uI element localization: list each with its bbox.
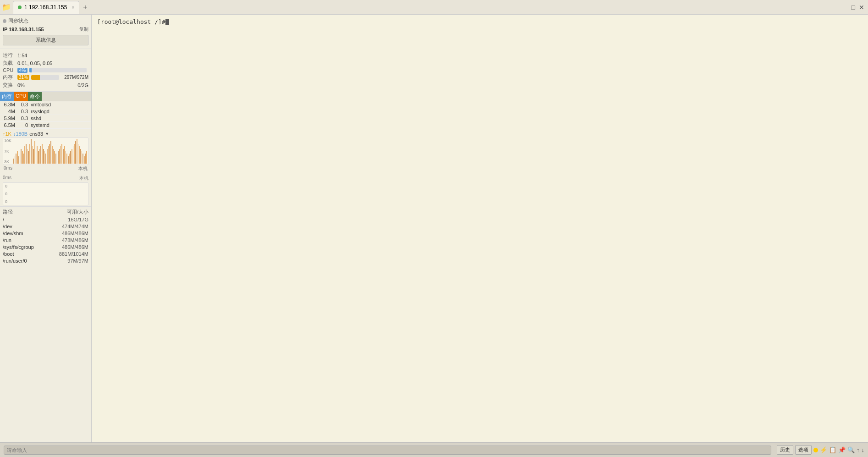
terminal-area[interactable]: [root@localhost /]# (92, 15, 868, 442)
table-row[interactable]: 4M 0.3 rsyslogd (0, 108, 91, 115)
proc-mem: 4M (0, 109, 16, 114)
net-y-labels: 10K 7K 3K (4, 138, 11, 165)
list-item[interactable]: /boot 881M/1014M (3, 251, 88, 258)
chart-bar (47, 149, 48, 164)
table-row[interactable]: 6.5M 0 systemd (0, 122, 91, 129)
chart-bar (42, 144, 43, 164)
net-y-10k: 10K (4, 138, 11, 143)
proc-cmd: vmtoolsd (29, 102, 91, 107)
history-button[interactable]: 历史 (777, 445, 793, 455)
chart-bar (64, 146, 65, 164)
process-rows: 6.3M 0.3 vmtoolsd 4M 0.3 rsyslogd 5.9M 0… (0, 101, 91, 129)
clipboard-icon[interactable]: 📋 (829, 446, 836, 453)
list-item[interactable]: /dev/shm 486M/486M (3, 230, 88, 237)
process-table: 内存 CPU 命令 6.3M 0.3 vmtoolsd 4M 0.3 rsysl… (0, 92, 91, 129)
scroll-up-icon[interactable]: ↑ (857, 446, 860, 453)
swap-label: 交换 (3, 82, 17, 88)
cpu-bar (29, 68, 32, 72)
chart-bar (68, 156, 69, 164)
chart-bar (44, 151, 45, 164)
chart-bar (84, 156, 85, 164)
chart-bar (61, 144, 62, 164)
cmd-input[interactable] (4, 446, 771, 455)
terminal-content[interactable]: [root@localhost /]# (92, 15, 868, 442)
mem-bar (31, 75, 40, 80)
chart-bar (50, 141, 51, 164)
proc-mem: 5.9M (0, 116, 16, 121)
ping-label-right: 本机 (79, 175, 88, 182)
chart-bar (45, 154, 46, 164)
proc-header-cmd[interactable]: 命令 (28, 92, 42, 101)
chart-bar (27, 149, 28, 164)
list-item[interactable]: /dev 474M/474M (3, 223, 88, 230)
cursor (165, 19, 169, 25)
chart-bar (85, 154, 86, 164)
mem-row: 内存 31% 297M/972M (3, 74, 88, 81)
ip-address: IP 192.168.31.155 (3, 27, 44, 32)
network-chart: 10K 7K 3K (3, 138, 88, 165)
list-item[interactable]: /run 478M/486M (3, 237, 88, 244)
proc-header-cpu[interactable]: CPU (14, 92, 28, 101)
mem-value: 297M/972M (61, 75, 89, 80)
chart-bar (82, 151, 82, 164)
load-row: 负载 0.01, 0.05, 0.05 (3, 60, 88, 66)
cpu-badge: 4% (17, 68, 27, 73)
net-y-7k: 7K (4, 149, 11, 154)
chart-bar (82, 154, 83, 164)
add-tab-button[interactable]: + (80, 3, 90, 11)
disk-header: 路径 可用/大小 (3, 209, 88, 215)
disk-size: 474M/474M (62, 224, 88, 229)
chart-bar (55, 154, 56, 164)
ping-val-1: 0 (5, 192, 7, 196)
swap-percent: 0% (17, 83, 53, 88)
net-x-right: 本机 (78, 165, 88, 172)
sidebar: 同步状态 IP 192.168.31.155 复制 系统信息 运行 1:54 负… (0, 15, 92, 442)
chart-bar (15, 156, 16, 164)
proc-cpu: 0.3 (16, 116, 29, 121)
chart-bar (33, 149, 34, 164)
chart-bar (32, 146, 33, 164)
chart-bar (66, 154, 67, 164)
tab-bar: 📁 1 192.168.31.155 × + — □ ✕ (0, 0, 868, 15)
maximize-button[interactable]: □ (852, 4, 855, 11)
chart-bar (20, 154, 21, 164)
chart-bar (57, 156, 58, 164)
lightning-icon[interactable]: ⚡ (820, 446, 827, 453)
system-info: 运行 1:54 负载 0.01, 0.05, 0.05 CPU 4% 内存 31… (0, 49, 91, 92)
sys-info-button[interactable]: 系统信息 (3, 35, 88, 45)
load-value: 0.01, 0.05, 0.05 (17, 61, 88, 66)
cpu-label: CPU (3, 67, 17, 73)
minimize-button[interactable]: — (841, 4, 848, 11)
cpu-row: CPU 4% (3, 67, 88, 73)
tab-item[interactable]: 1 192.168.31.155 × (13, 1, 79, 14)
disk-path: / (3, 217, 68, 222)
close-button[interactable]: ✕ (859, 4, 864, 11)
list-item[interactable]: / 16G/17G (3, 216, 88, 223)
proc-cmd: rsyslogd (29, 109, 91, 114)
chart-bar (73, 146, 74, 164)
sync-dot (3, 19, 6, 23)
list-item[interactable]: /sys/fs/cgroup 486M/486M (3, 244, 88, 251)
chart-bar (34, 141, 35, 164)
pin-icon[interactable]: 📌 (838, 446, 846, 453)
list-item[interactable]: /run/user/0 97M/97M (3, 258, 88, 264)
tab-close-button[interactable]: × (71, 5, 74, 10)
terminal-prompt: [root@localhost /]# (97, 18, 863, 25)
search-icon[interactable]: 🔍 (847, 446, 855, 453)
copy-ip-button[interactable]: 复制 (79, 26, 88, 33)
chart-bar (22, 151, 23, 164)
table-row[interactable]: 5.9M 0.3 sshd (0, 115, 91, 122)
scroll-down-icon[interactable]: ↓ (862, 446, 865, 453)
net-dropdown[interactable]: ▼ (45, 132, 49, 136)
chart-bar (86, 151, 87, 164)
options-button[interactable]: 选项 (795, 445, 812, 455)
chart-bar (43, 149, 44, 164)
chart-bar (60, 146, 61, 164)
window-controls: — □ ✕ (841, 4, 868, 11)
chart-bar (75, 141, 76, 164)
proc-header-mem[interactable]: 内存 (0, 92, 14, 101)
chart-bar (29, 144, 30, 164)
network-chart-bars (3, 138, 88, 165)
table-row[interactable]: 6.3M 0.3 vmtoolsd (0, 101, 91, 108)
proc-cmd: systemd (29, 122, 91, 128)
